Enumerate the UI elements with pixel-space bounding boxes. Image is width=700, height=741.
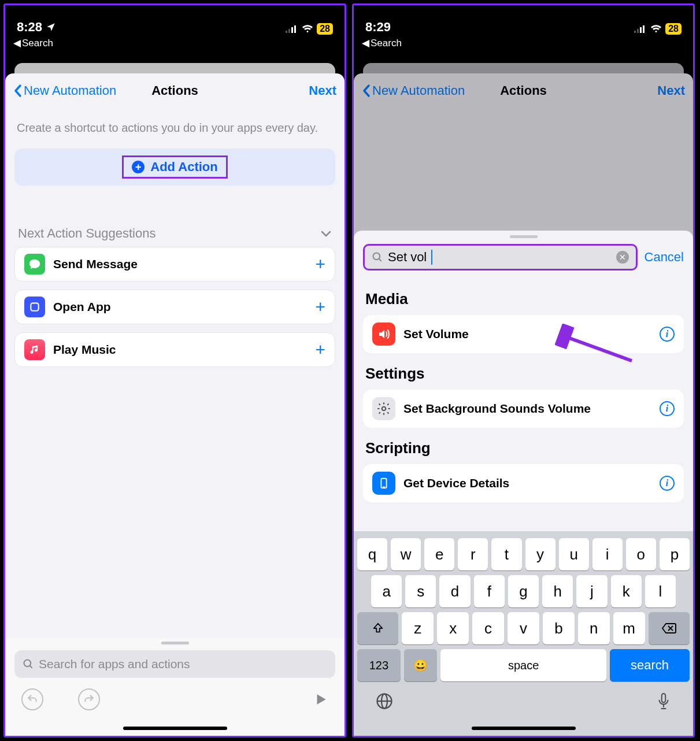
- info-button[interactable]: i: [660, 327, 675, 342]
- status-time: 8:29: [365, 20, 391, 35]
- key-b[interactable]: b: [543, 612, 575, 644]
- keyboard-row-2: a s d f g h j k l: [356, 573, 691, 610]
- svg-rect-4: [31, 303, 38, 310]
- key-i[interactable]: i: [592, 538, 623, 570]
- play-icon: [313, 692, 328, 707]
- key-g[interactable]: g: [508, 575, 539, 607]
- home-indicator[interactable]: [472, 727, 576, 730]
- key-emoji[interactable]: 😀: [404, 649, 437, 681]
- back-to-app[interactable]: ◀ Search: [5, 37, 345, 54]
- back-to-app-label: Search: [371, 38, 402, 49]
- cancel-button[interactable]: Cancel: [645, 250, 684, 265]
- suggestion-send-message[interactable]: Send Message +: [14, 247, 335, 281]
- phone-right: 8:29 28 ◀ Search New Automation Actions …: [352, 3, 695, 738]
- suggestions-header-label: Next Action Suggestions: [18, 226, 155, 241]
- suggestion-open-app[interactable]: Open App +: [14, 290, 335, 324]
- key-n[interactable]: n: [578, 612, 610, 644]
- nav-back-button[interactable]: New Automation: [362, 83, 465, 98]
- key-o[interactable]: o: [626, 538, 656, 570]
- clear-button[interactable]: ✕: [616, 251, 629, 264]
- key-d[interactable]: d: [439, 575, 470, 607]
- annotation-highlight: + Add Action: [122, 155, 228, 179]
- suggestions-header[interactable]: Next Action Suggestions: [14, 186, 335, 247]
- nav-title: Actions: [500, 83, 547, 98]
- location-icon: [46, 22, 56, 32]
- search-input[interactable]: Set vol ✕: [363, 244, 638, 271]
- info-button[interactable]: i: [660, 401, 675, 416]
- redo-icon: [83, 694, 95, 705]
- add-icon[interactable]: +: [315, 340, 325, 360]
- key-v[interactable]: v: [508, 612, 539, 644]
- key-shift[interactable]: [357, 612, 398, 644]
- key-search[interactable]: search: [610, 649, 690, 681]
- result-label: Set Background Sounds Volume: [403, 402, 651, 416]
- emoji-icon: 😀: [413, 658, 428, 672]
- key-c[interactable]: c: [472, 612, 504, 644]
- key-y[interactable]: y: [525, 538, 555, 570]
- suggestion-play-music[interactable]: Play Music +: [14, 332, 335, 367]
- add-action-button[interactable]: + Add Action: [14, 149, 335, 186]
- add-icon[interactable]: +: [315, 254, 325, 274]
- key-s[interactable]: s: [405, 575, 436, 607]
- svg-rect-10: [643, 25, 645, 33]
- key-r[interactable]: r: [458, 538, 488, 570]
- result-set-volume[interactable]: Set Volume i: [363, 315, 684, 353]
- search-field[interactable]: Search for apps and actions: [14, 650, 335, 678]
- key-space[interactable]: space: [440, 649, 606, 681]
- home-indicator[interactable]: [123, 727, 227, 730]
- open-app-icon: [24, 297, 45, 317]
- key-l[interactable]: l: [645, 575, 676, 607]
- key-x[interactable]: x: [437, 612, 469, 644]
- mic-icon[interactable]: [656, 692, 671, 710]
- globe-icon[interactable]: [376, 692, 393, 710]
- key-e[interactable]: e: [424, 538, 454, 570]
- shift-icon: [372, 622, 384, 635]
- key-w[interactable]: w: [391, 538, 421, 570]
- result-bg-sounds-volume[interactable]: Set Background Sounds Volume i: [363, 390, 684, 428]
- nav-next-button[interactable]: Next: [657, 83, 685, 98]
- back-caret-icon: ◀: [362, 37, 369, 49]
- key-h[interactable]: h: [542, 575, 573, 607]
- result-device-details[interactable]: Get Device Details i: [363, 464, 684, 502]
- grabber[interactable]: [161, 642, 189, 644]
- svg-rect-1: [288, 29, 290, 33]
- back-to-app[interactable]: ◀ Search: [354, 37, 693, 54]
- info-button[interactable]: i: [660, 476, 675, 491]
- undo-icon: [27, 694, 38, 705]
- plus-circle-icon: +: [132, 161, 145, 173]
- add-action-label: Add Action: [150, 160, 218, 175]
- grabber[interactable]: [510, 235, 538, 238]
- run-button[interactable]: [313, 692, 328, 707]
- key-j[interactable]: j: [576, 575, 607, 607]
- key-t[interactable]: t: [491, 538, 521, 570]
- key-q[interactable]: q: [357, 538, 387, 570]
- undo-button[interactable]: [21, 688, 43, 710]
- key-p[interactable]: p: [660, 538, 690, 570]
- nav-back-label: New Automation: [372, 83, 465, 98]
- section-title-media: Media: [363, 279, 684, 315]
- key-numeric[interactable]: 123: [357, 649, 401, 681]
- key-a[interactable]: a: [371, 575, 402, 607]
- key-u[interactable]: u: [559, 538, 589, 570]
- intro-text: Create a shortcut to actions you do in y…: [14, 108, 335, 149]
- signal-icon: [286, 25, 298, 33]
- search-icon: [23, 658, 34, 670]
- key-z[interactable]: z: [402, 612, 434, 644]
- key-m[interactable]: m: [613, 612, 645, 644]
- nav-next-button[interactable]: Next: [309, 83, 336, 98]
- key-backspace[interactable]: [649, 612, 690, 644]
- svg-rect-0: [286, 31, 287, 33]
- key-f[interactable]: f: [474, 575, 505, 607]
- keyboard-row-3: z x c v b n m: [356, 610, 691, 647]
- search-results: Media Set Volume i Settings Set Backgrou…: [354, 279, 693, 508]
- key-k[interactable]: k: [611, 575, 642, 607]
- svg-rect-7: [634, 31, 636, 33]
- wifi-icon: [302, 25, 313, 33]
- chevron-left-icon: [362, 84, 371, 98]
- chevron-down-icon: [320, 229, 332, 238]
- add-icon[interactable]: +: [315, 297, 325, 317]
- redo-button[interactable]: [78, 688, 100, 710]
- nav-back-button[interactable]: New Automation: [13, 83, 116, 98]
- svg-rect-2: [291, 27, 293, 33]
- back-caret-icon: ◀: [13, 37, 21, 49]
